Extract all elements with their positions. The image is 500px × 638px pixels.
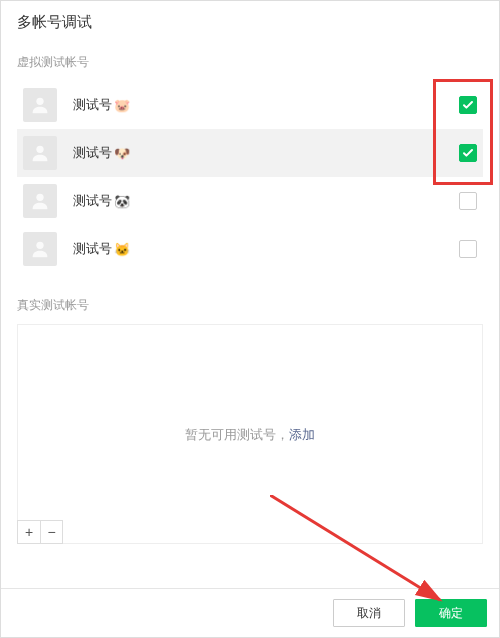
account-nickname: 测试号🐷 (73, 96, 459, 114)
account-checkbox[interactable] (459, 144, 477, 162)
cancel-button[interactable]: 取消 (333, 599, 405, 627)
svg-point-0 (36, 98, 43, 105)
virtual-account-list: 测试号🐷测试号🐶测试号🐼测试号🐱 (1, 77, 499, 283)
nickname-text: 测试号 (73, 144, 112, 162)
avatar-icon (23, 136, 57, 170)
dialog-footer: 取消 确定 (1, 588, 499, 637)
nickname-text: 测试号 (73, 192, 112, 210)
confirm-button[interactable]: 确定 (415, 599, 487, 627)
minus-button[interactable]: − (40, 521, 62, 543)
avatar-icon (23, 88, 57, 122)
account-nickname: 测试号🐱 (73, 240, 459, 258)
plus-minus-controls: + − (17, 520, 63, 544)
account-row[interactable]: 测试号🐶 (17, 129, 483, 177)
nickname-emoji: 🐷 (114, 98, 130, 113)
virtual-section-label: 虚拟测试帐号 (1, 40, 499, 77)
nickname-emoji: 🐱 (114, 242, 130, 257)
account-nickname: 测试号🐼 (73, 192, 459, 210)
nickname-text: 测试号 (73, 240, 112, 258)
svg-point-3 (36, 242, 43, 249)
account-checkbox[interactable] (459, 96, 477, 114)
account-row[interactable]: 测试号🐼 (17, 177, 483, 225)
account-checkbox[interactable] (459, 192, 477, 210)
account-row[interactable]: 测试号🐷 (17, 81, 483, 129)
dialog-title: 多帐号调试 (1, 1, 499, 40)
plus-button[interactable]: + (18, 521, 40, 543)
nickname-emoji: 🐼 (114, 194, 130, 209)
svg-point-2 (36, 194, 43, 201)
account-row[interactable]: 测试号🐱 (17, 225, 483, 273)
svg-point-1 (36, 146, 43, 153)
avatar-icon (23, 184, 57, 218)
real-section-label: 真实测试帐号 (1, 283, 499, 320)
empty-text: 暂无可用测试号， (185, 427, 289, 442)
account-nickname: 测试号🐶 (73, 144, 459, 162)
nickname-emoji: 🐶 (114, 146, 130, 161)
account-checkbox[interactable] (459, 240, 477, 258)
real-account-panel: 暂无可用测试号，添加 + − (17, 324, 483, 544)
nickname-text: 测试号 (73, 96, 112, 114)
add-link[interactable]: 添加 (289, 427, 315, 442)
avatar-icon (23, 232, 57, 266)
empty-state: 暂无可用测试号，添加 (185, 425, 315, 444)
